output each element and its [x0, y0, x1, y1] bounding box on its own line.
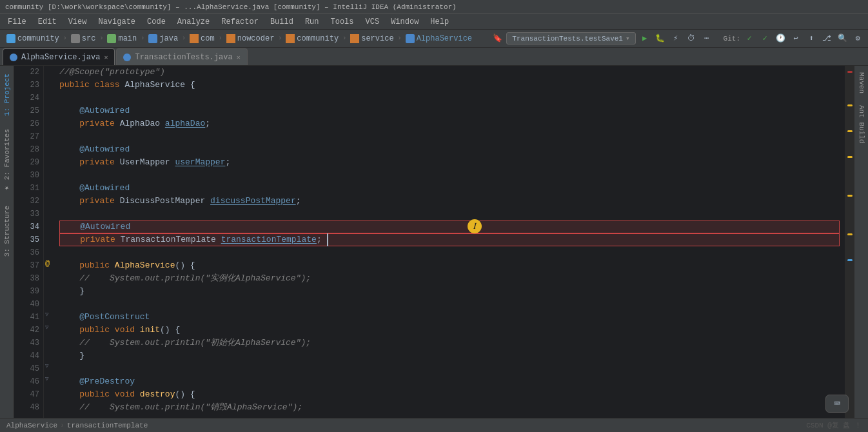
scroll-info-1: [847, 259, 853, 261]
code-line-24: [59, 92, 840, 104]
nav-sep-5: ›: [219, 35, 222, 42]
scroll-warning-4: [847, 195, 853, 197]
cursor-tooltip[interactable]: 𝐼: [468, 219, 482, 233]
sidebar-favorites[interactable]: ★ 2: Favorites: [1, 124, 12, 198]
git-rollback[interactable]: ↩: [789, 32, 802, 45]
git-checkmark1[interactable]: ✓: [743, 32, 756, 45]
code-line-30: [59, 169, 840, 182]
profile-button[interactable]: ⏱: [685, 32, 698, 45]
nav-main[interactable]: main: [104, 33, 139, 44]
status-field: transactionTemplate: [67, 422, 148, 429]
menu-navigate[interactable]: Navigate: [93, 16, 141, 28]
gutter-fold-47[interactable]: ▽: [45, 375, 48, 382]
search-everywhere-button[interactable]: 🔍: [836, 32, 849, 45]
src-icon: [71, 34, 80, 43]
coverage-button[interactable]: ⚡: [669, 32, 682, 45]
tab-alpha-service[interactable]: AlphaService.java ✕: [3, 48, 115, 65]
run-area: 🔖 TransactionTests.testSave1 ▾ ▶ 🐛 ⚡ ⏱ ⋯…: [491, 32, 864, 45]
nowcoder-icon: [226, 34, 235, 43]
run-config-label: TransactionTests.testSave1: [512, 35, 623, 43]
code-line-34: @Autowired: [59, 221, 840, 233]
right-sidebar: Maven Ant Build: [854, 66, 868, 418]
keyboard-icon[interactable]: ⌨: [825, 395, 849, 413]
run-config-arrow: ▾: [626, 34, 630, 43]
run-config[interactable]: TransactionTests.testSave1 ▾: [506, 32, 635, 44]
code-line-38: // System.out.println("实例化AlphaService")…: [59, 272, 840, 285]
code-line-29: private UserMapper userMapper;: [59, 156, 840, 169]
tab-transaction-tests[interactable]: TransactionTests.java ✕: [116, 48, 247, 65]
nav-src[interactable]: src: [68, 33, 99, 44]
sidebar-project[interactable]: 1: Project: [2, 68, 12, 121]
menu-file[interactable]: File: [3, 16, 32, 28]
title-text: community [D:\work\workspace\community] …: [5, 3, 457, 11]
tab-bar: AlphaService.java ✕ TransactionTests.jav…: [0, 48, 868, 66]
menu-edit[interactable]: Edit: [33, 16, 62, 28]
right-maven[interactable]: Maven: [856, 67, 867, 99]
gutter-icon-37: @: [45, 259, 50, 268]
nav-com[interactable]: com: [187, 33, 217, 44]
keyboard-symbol: ⌨: [834, 397, 840, 410]
code-body[interactable]: //@Scope("prototype") public class Alpha…: [54, 66, 845, 418]
bookmark-icon[interactable]: 🔖: [491, 32, 504, 45]
nav-sep-1: ›: [63, 35, 67, 42]
menu-refactor[interactable]: Refactor: [216, 16, 264, 28]
menu-help[interactable]: Help: [425, 16, 454, 28]
menu-tools[interactable]: Tools: [326, 16, 359, 28]
menu-window[interactable]: Window: [386, 16, 424, 28]
left-sidebar: 1: Project ★ 2: Favorites 3: Structure: [0, 66, 14, 418]
csdn-watermark: CSDN @复 盘 ！: [806, 420, 862, 430]
menu-view[interactable]: View: [63, 16, 92, 28]
code-line-32: private DiscussPostMapper discussPostMap…: [59, 195, 840, 208]
nav-community-pkg[interactable]: community: [283, 33, 341, 44]
nav-project[interactable]: community: [4, 33, 62, 44]
menu-code[interactable]: Code: [142, 16, 171, 28]
menu-build[interactable]: Build: [265, 16, 299, 28]
nav-sep-3: ›: [141, 35, 144, 42]
nav-community: community: [17, 34, 59, 43]
editor-area: 22 23 24 25 26 27 28 29 30 31 32 33 34 3…: [14, 66, 854, 418]
nav-service[interactable]: service: [348, 33, 396, 44]
tab-java-icon-alpha: [10, 54, 17, 61]
git-branch[interactable]: ⎇: [820, 32, 833, 45]
run-button[interactable]: ▶: [638, 32, 651, 45]
sidebar-structure[interactable]: 3: Structure: [2, 201, 12, 262]
git-history[interactable]: 🕐: [774, 32, 787, 45]
scroll-gutter[interactable]: [845, 66, 854, 418]
menu-vcs[interactable]: VCS: [360, 16, 385, 28]
debug-button[interactable]: 🐛: [654, 32, 667, 45]
nav-sep-7: ›: [342, 35, 346, 42]
tab-tx-close[interactable]: ✕: [237, 54, 241, 61]
menu-run[interactable]: Run: [300, 16, 324, 28]
code-line-36: [59, 246, 840, 259]
code-line-45: [59, 362, 840, 375]
git-push[interactable]: ⬆: [805, 32, 818, 45]
more-run-button[interactable]: ⋯: [700, 32, 713, 45]
git-label: Git:: [724, 35, 740, 43]
tab-alpha-close[interactable]: ✕: [104, 54, 108, 61]
status-breadcrumb: AlphaService › transactionTemplate: [6, 422, 148, 429]
code-line-26: private AlphaDao alphaDao;: [59, 117, 840, 130]
scroll-warning-3: [847, 156, 853, 158]
tab-alpha-label: AlphaService.java: [21, 53, 100, 62]
code-container: 22 23 24 25 26 27 28 29 30 31 32 33 34 3…: [14, 66, 854, 418]
gutter: @ ▽ ▽ ▽ ▽: [44, 66, 54, 418]
code-line-40: [59, 298, 840, 311]
code-line-25: @Autowired: [59, 104, 840, 117]
menu-analyze[interactable]: Analyze: [172, 16, 215, 28]
nav-alpha-service[interactable]: AlphaService: [403, 33, 475, 44]
settings-button[interactable]: ⚙: [851, 32, 864, 45]
git-checkmark2[interactable]: ✓: [758, 32, 771, 45]
gutter-fold-46[interactable]: ▽: [45, 362, 48, 369]
code-line-41: @PostConstruct: [59, 311, 840, 324]
code-line-22: //@Scope("prototype"): [59, 66, 840, 79]
code-line-46: @PreDestroy: [59, 375, 840, 388]
gutter-fold-41[interactable]: ▽: [45, 311, 48, 318]
nav-nowcoder[interactable]: nowcoder: [224, 33, 277, 44]
nav-java[interactable]: java: [146, 33, 181, 44]
code-line-48: // System.out.println("销毁AlphaService");: [59, 401, 840, 414]
code-line-35: private TransactionTemplate transactionT…: [59, 233, 840, 246]
nav-sep-2: ›: [99, 35, 103, 42]
right-ant[interactable]: Ant Build: [856, 100, 867, 148]
gutter-fold-42[interactable]: ▽: [45, 324, 48, 331]
code-line-31: @Autowired: [59, 182, 840, 195]
